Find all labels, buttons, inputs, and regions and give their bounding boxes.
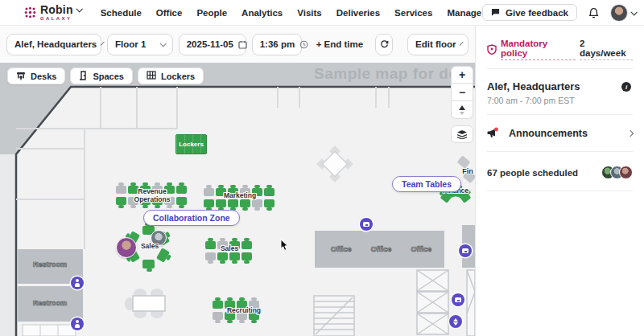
floor-select[interactable]: Floor 1 <box>107 34 173 55</box>
user-menu[interactable] <box>610 4 636 22</box>
building-info-row: Alef, Headquarters 7:00 am - 7:00 pm EST… <box>487 69 633 115</box>
chevron-down-icon <box>76 6 82 12</box>
avatar-group <box>601 166 633 179</box>
desk-unavailable[interactable] <box>252 199 262 207</box>
announcements-row[interactable]: Announcements <box>487 115 633 152</box>
main-nav: ScheduleOfficePeopleAnalyticsVisitsDeliv… <box>101 8 482 18</box>
people-scheduled-label: 67 people scheduled <box>487 168 578 178</box>
desk-available[interactable] <box>242 252 252 260</box>
nav-item-deliveries[interactable]: Deliveries <box>336 8 380 18</box>
nav-item-analytics[interactable]: Analytics <box>242 8 283 18</box>
restroom-label: Restroom <box>33 299 67 307</box>
details-sidebar: Mandatory policy 2 days/week Alef, Headq… <box>475 26 644 336</box>
desk-available[interactable] <box>116 197 126 205</box>
people-scheduled-row[interactable]: 67 people scheduled <box>487 152 633 191</box>
floor-map[interactable]: Sample map for de DesksSpacesLockers + −… <box>0 63 475 336</box>
office-label: Office <box>411 245 431 253</box>
megaphone-icon <box>487 127 501 139</box>
brand-name: Robin <box>40 4 73 15</box>
robin-logo-icon <box>24 6 36 18</box>
nav-item-manage[interactable]: Manage <box>447 8 481 18</box>
nav-item-visits[interactable]: Visits <box>297 8 321 18</box>
tab-lockers[interactable]: Lockers <box>138 68 204 84</box>
booked-desk-avatar[interactable] <box>116 237 137 258</box>
restroom-label: Restroom <box>33 260 67 268</box>
end-time-button[interactable]: + End time <box>316 39 363 49</box>
info-icon[interactable]: i <box>621 82 631 92</box>
printer-icon[interactable] <box>452 293 464 306</box>
time-picker[interactable]: 1:36 pm <box>252 34 302 55</box>
desk-available[interactable] <box>229 252 240 260</box>
nav-item-office[interactable]: Office <box>156 8 183 18</box>
collaboration-zone-pill[interactable]: Collaboration Zone <box>143 210 240 226</box>
policy-label: Mandatory policy <box>501 39 576 60</box>
refresh-button[interactable] <box>375 34 393 55</box>
policy-row[interactable]: Mandatory policy 2 days/week <box>487 26 633 69</box>
tab-desks[interactable]: Desks <box>7 68 65 84</box>
edit-floor-button[interactable]: Edit floor <box>407 34 469 55</box>
avatar <box>619 166 633 179</box>
bell-icon[interactable] <box>588 6 600 19</box>
office-rooms: OfficeOfficeOffice <box>315 231 444 268</box>
desk-unavailable[interactable] <box>205 252 216 260</box>
announcements-label: Announcements <box>509 128 588 139</box>
desk-available[interactable] <box>216 199 226 207</box>
cluster-label: Revenue Operations <box>126 188 178 204</box>
sample-map-watermark: Sample map for de <box>314 65 458 83</box>
clock-icon <box>299 40 308 49</box>
shield-icon <box>487 44 497 55</box>
building-name: Alef, Headquarters <box>487 80 633 92</box>
user-avatar <box>610 4 628 22</box>
door-icon <box>79 71 88 82</box>
restroom-icon[interactable] <box>71 318 84 330</box>
printer-icon[interactable] <box>459 244 472 257</box>
desk-available[interactable] <box>264 199 275 207</box>
compass-icon <box>458 105 466 115</box>
layers-button[interactable] <box>451 125 473 143</box>
desk-available[interactable] <box>204 199 214 207</box>
printer-icon[interactable] <box>360 218 373 231</box>
nav-item-services[interactable]: Services <box>394 8 432 18</box>
desk-available[interactable] <box>217 252 228 260</box>
desk-available[interactable] <box>142 260 155 268</box>
tab-spaces[interactable]: Spaces <box>70 68 133 84</box>
chevron-right-icon <box>627 129 634 136</box>
date-picker[interactable]: 2025-11-05 <box>179 34 246 55</box>
building-hours: 7:00 am - 7:00 pm EST <box>487 96 633 105</box>
robin-app: Robin GALAXY ScheduleOfficePeopleAnalyti… <box>0 0 644 336</box>
zoom-in-button[interactable]: + <box>451 66 473 84</box>
tab-label: Spaces <box>93 72 124 81</box>
locker-icon <box>147 71 156 81</box>
tab-label: Lockers <box>161 72 195 81</box>
desk-unavailable[interactable] <box>116 186 126 194</box>
calendar-icon <box>238 40 247 49</box>
nav-item-schedule[interactable]: Schedule <box>101 8 142 18</box>
elevator-icon[interactable] <box>449 315 462 328</box>
lockers-area[interactable]: Lockers <box>175 134 207 154</box>
restroom-icon[interactable] <box>71 277 84 289</box>
map-layer-tabs: DesksSpacesLockers <box>7 68 204 84</box>
building-select[interactable]: Alef, Headquarters <box>6 34 101 55</box>
mouse-cursor <box>280 239 289 255</box>
nav-item-people[interactable]: People <box>196 8 227 18</box>
finance-cut-label: Fin <box>462 167 473 175</box>
robin-logo[interactable]: Robin GALAXY <box>24 4 81 21</box>
refresh-icon <box>380 40 389 49</box>
desk-available[interactable] <box>240 199 250 207</box>
cluster-label: Sales <box>141 243 159 251</box>
give-feedback-button[interactable]: Give feedback <box>482 4 577 21</box>
cluster-label: Sales <box>213 245 246 253</box>
tab-label: Desks <box>31 72 56 81</box>
map-toolbar: Alef, Headquarters Floor 1 2025-11-05 1:… <box>0 26 475 63</box>
desk-icon <box>16 71 26 82</box>
office-label: Office <box>371 245 392 253</box>
compass-button[interactable] <box>451 101 473 119</box>
brand-sub: GALAXY <box>40 16 81 21</box>
office-label: Office <box>331 245 352 253</box>
desk-available[interactable] <box>228 199 238 207</box>
cluster-label: Recruiting <box>220 307 268 315</box>
lockers-area-label: Lockers <box>179 141 204 148</box>
team-tables-pill[interactable]: Team Tables <box>392 176 461 192</box>
zoom-out-button[interactable]: − <box>451 84 473 101</box>
cluster-label: Marketing <box>212 192 268 200</box>
